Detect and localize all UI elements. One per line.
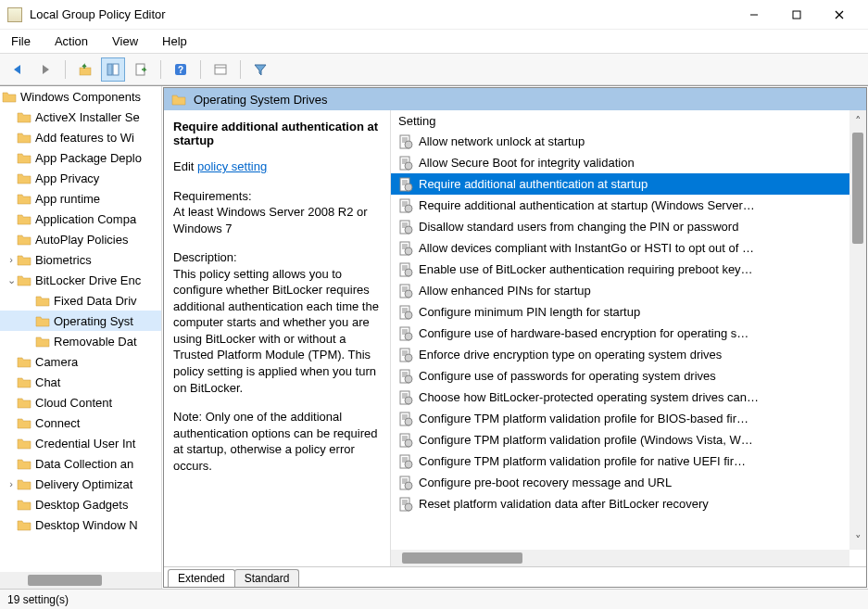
tree-node[interactable]: Application Compa [0, 209, 161, 229]
tree-node[interactable]: Operating Syst [0, 311, 161, 331]
tree-label: Credential User Int [35, 437, 135, 450]
svg-point-66 [405, 354, 412, 362]
titlebar: Local Group Policy Editor [0, 0, 868, 30]
tree-node[interactable]: ›Biometrics [0, 249, 161, 270]
menu-action[interactable]: Action [49, 31, 94, 52]
scroll-up-icon[interactable]: ˄ [849, 110, 866, 131]
filter-button[interactable] [248, 57, 272, 82]
setting-row[interactable]: Configure pre-boot recovery message and … [391, 472, 849, 493]
folder-icon [17, 131, 31, 144]
setting-label: Choose how BitLocker-protected operating… [419, 390, 759, 404]
policy-icon [398, 326, 413, 341]
tree-node[interactable]: Fixed Data Driv [0, 290, 161, 311]
scroll-down-icon[interactable]: ˅ [849, 529, 866, 550]
properties-button[interactable] [208, 57, 233, 82]
svg-rect-10 [215, 65, 226, 74]
setting-row[interactable]: Disallow standard users from changing th… [391, 216, 849, 237]
setting-row[interactable]: Configure TPM platform validation profil… [391, 429, 849, 450]
tree-node[interactable]: App Privacy [0, 168, 161, 188]
edit-policy-link[interactable]: policy setting [197, 159, 267, 173]
up-level-button[interactable] [73, 57, 97, 82]
policy-icon [398, 177, 413, 192]
nav-back-button[interactable] [6, 57, 30, 82]
setting-row[interactable]: Configure use of passwords for operating… [391, 365, 849, 387]
tree-node[interactable]: ⌄BitLocker Drive Enc [0, 270, 161, 290]
tree-node[interactable]: Desktop Gadgets [0, 494, 161, 514]
policy-icon [398, 262, 413, 277]
list-v-scrollbar[interactable]: ˄ ˅ [849, 110, 866, 550]
tree-expander[interactable]: › [6, 254, 17, 265]
tree-node[interactable]: Camera [0, 351, 161, 372]
pane-header: Operating System Drives [164, 88, 866, 110]
setting-label: Configure TPM platform validation profil… [419, 412, 748, 425]
close-button[interactable] [818, 2, 861, 28]
tree-label: Desktop Gadgets [35, 498, 128, 512]
setting-row[interactable]: Allow enhanced PINs for startup [391, 280, 849, 301]
menu-help[interactable]: Help [157, 31, 193, 52]
folder-icon [17, 355, 31, 368]
setting-row[interactable]: Configure TPM platform validation profil… [391, 408, 849, 429]
setting-row[interactable]: Configure use of hardware-based encrypti… [391, 323, 849, 344]
column-header-setting[interactable]: Setting [391, 110, 849, 131]
requirements-label: Requirements: [173, 188, 383, 205]
svg-point-96 [405, 482, 412, 489]
policy-icon [398, 305, 413, 320]
setting-row[interactable]: Allow devices compliant with InstantGo o… [391, 237, 849, 259]
list-h-scrollbar[interactable] [391, 550, 849, 566]
tree-expander[interactable]: ⌄ [6, 274, 17, 286]
setting-row[interactable]: Configure TPM platform validation profil… [391, 450, 849, 472]
folder-icon [17, 477, 31, 490]
setting-row[interactable]: Allow network unlock at startup [391, 131, 849, 152]
tab-standard[interactable]: Standard [234, 569, 300, 587]
export-list-button[interactable] [129, 57, 153, 82]
setting-row[interactable]: Configure minimum PIN length for startup [391, 301, 849, 323]
tree-node[interactable]: Credential User Int [0, 433, 161, 453]
tree-node[interactable]: Connect [0, 412, 161, 433]
svg-text:?: ? [178, 65, 183, 75]
policy-icon [398, 454, 413, 469]
show-hide-tree-button[interactable] [101, 57, 125, 82]
tree-node[interactable]: AutoPlay Policies [0, 229, 161, 249]
tree-label: App runtime [35, 192, 100, 206]
tree-node[interactable]: ActiveX Installer Se [0, 107, 161, 127]
tree-node[interactable]: Desktop Window N [0, 514, 161, 535]
tree-node[interactable]: App Package Deplo [0, 147, 161, 168]
folder-icon [35, 294, 50, 307]
tree-node[interactable]: ›Delivery Optimizat [0, 474, 161, 494]
help-button[interactable]: ? [169, 57, 193, 82]
setting-row[interactable]: Require additional authentication at sta… [391, 195, 849, 216]
menu-file[interactable]: File [6, 31, 36, 52]
nav-forward-button[interactable] [33, 57, 57, 82]
tree-label: Windows Components [20, 90, 141, 104]
tree-node[interactable]: App runtime [0, 188, 161, 209]
main-pane: Operating System Drives Require addition… [163, 87, 867, 588]
tree-node[interactable]: Add features to Wi [0, 127, 161, 147]
folder-icon [35, 314, 50, 327]
policy-icon [398, 476, 413, 490]
setting-row[interactable]: Enforce drive encryption type on operati… [391, 344, 849, 365]
tree-node-root[interactable]: Windows Components [0, 86, 161, 107]
maximize-button[interactable] [775, 2, 818, 28]
tree-expander[interactable]: › [6, 478, 17, 489]
description-text: This policy setting allows you to config… [173, 266, 383, 396]
setting-label: Reset platform validation data after Bit… [419, 497, 709, 511]
setting-row[interactable]: Require additional authentication at sta… [391, 173, 849, 195]
svg-point-61 [405, 333, 412, 340]
tabs-strip: Extended Standard [164, 566, 866, 587]
tree-node[interactable]: Chat [0, 372, 161, 392]
folder-icon [17, 273, 31, 286]
tree-node[interactable]: Removable Dat [0, 331, 161, 351]
setting-row[interactable]: Reset platform validation data after Bit… [391, 493, 849, 514]
setting-row[interactable]: Enable use of BitLocker authentication r… [391, 259, 849, 280]
menu-view[interactable]: View [107, 31, 144, 52]
policy-icon [398, 220, 413, 235]
tree-h-scrollbar[interactable] [0, 572, 161, 589]
setting-row[interactable]: Choose how BitLocker-protected operating… [391, 387, 849, 408]
minimize-button[interactable] [733, 2, 775, 28]
svg-point-36 [405, 226, 412, 234]
tree-node[interactable]: Cloud Content [0, 392, 161, 412]
tree-node[interactable]: Data Collection an [0, 453, 161, 474]
folder-icon [35, 335, 50, 348]
tab-extended[interactable]: Extended [168, 569, 235, 587]
setting-row[interactable]: Allow Secure Boot for integrity validati… [391, 152, 849, 173]
